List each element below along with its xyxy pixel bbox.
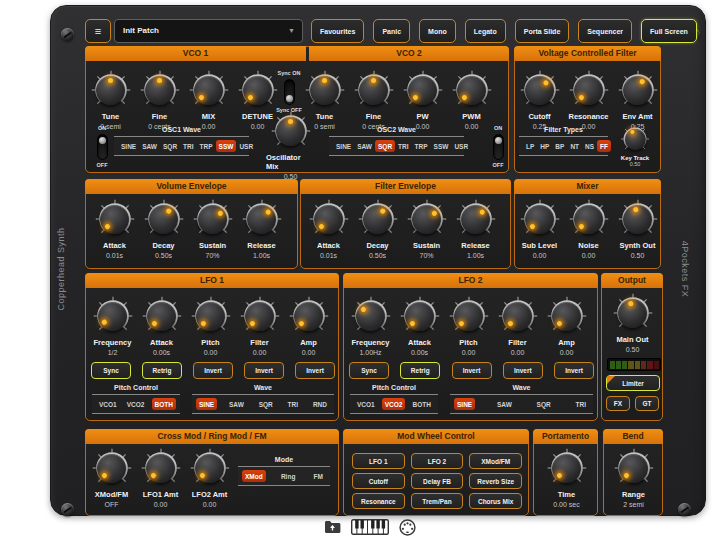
- tune-knob[interactable]: [89, 68, 133, 112]
- sub-level-knob[interactable]: [518, 197, 562, 241]
- fine-knob[interactable]: [138, 68, 182, 112]
- fine-knob[interactable]: [352, 68, 396, 112]
- frequency-knob[interactable]: [91, 294, 135, 338]
- key-track-knob[interactable]: [619, 123, 651, 155]
- filter-knob[interactable]: [238, 294, 282, 338]
- filter-knob[interactable]: [496, 294, 540, 338]
- sync-button[interactable]: Sync: [91, 362, 131, 379]
- option-saw[interactable]: SAW: [139, 140, 160, 152]
- delay-fb-button[interactable]: Delay FB: [411, 473, 464, 489]
- tune-knob[interactable]: [303, 68, 347, 112]
- full-screen-button[interactable]: Full Screen: [641, 19, 697, 43]
- resonance-button[interactable]: Resonance: [352, 493, 405, 509]
- option-trp[interactable]: TRP: [412, 140, 431, 152]
- gt-button[interactable]: GT: [635, 396, 659, 411]
- option-ring[interactable]: Ring: [278, 470, 298, 482]
- option-tri[interactable]: TRI: [285, 398, 301, 410]
- option-tri[interactable]: TRI: [395, 140, 411, 152]
- xmod-fm-button[interactable]: XMod/FM: [469, 453, 522, 469]
- frequency-knob[interactable]: [349, 294, 393, 338]
- mono-button[interactable]: Mono: [419, 19, 456, 43]
- option-ssw[interactable]: SSW: [431, 140, 452, 152]
- option-ff[interactable]: FF: [597, 140, 611, 152]
- resonance-knob[interactable]: [567, 68, 611, 112]
- amp-knob[interactable]: [287, 294, 331, 338]
- decay-knob[interactable]: [356, 197, 400, 241]
- invert-button[interactable]: Invert: [554, 362, 594, 379]
- option-vco1[interactable]: VCO1: [354, 398, 378, 410]
- attack-knob[interactable]: [93, 197, 137, 241]
- option-sine[interactable]: SINE: [333, 140, 354, 152]
- invert-button[interactable]: Invert: [452, 362, 492, 379]
- panic-button[interactable]: Panic: [373, 19, 410, 43]
- range-knob[interactable]: [612, 446, 656, 490]
- porta-slide-button[interactable]: Porta Slide: [515, 19, 570, 43]
- lfo-2-button[interactable]: LFO 2: [411, 453, 464, 469]
- oscillator-mix-knob[interactable]: [269, 109, 313, 153]
- option-usr[interactable]: USR: [236, 140, 256, 152]
- option-xmod[interactable]: XMod: [242, 470, 266, 482]
- limiter-button[interactable]: Limiter: [606, 375, 660, 391]
- option-vco1[interactable]: VCO1: [96, 398, 120, 410]
- sync-button[interactable]: Sync: [349, 362, 389, 379]
- option-both[interactable]: BOTH: [152, 398, 176, 410]
- option-nt[interactable]: NT: [567, 140, 582, 152]
- option-tri[interactable]: TRI: [180, 140, 196, 152]
- option-both[interactable]: BOTH: [410, 398, 434, 410]
- option-bp[interactable]: BP: [552, 140, 567, 152]
- pw-knob[interactable]: [401, 68, 445, 112]
- sustain-knob[interactable]: [191, 197, 235, 241]
- invert-button[interactable]: Invert: [295, 362, 335, 379]
- pitch-knob[interactable]: [447, 294, 491, 338]
- mix-knob[interactable]: [187, 68, 231, 112]
- amp-knob[interactable]: [545, 294, 589, 338]
- invert-button[interactable]: Invert: [503, 362, 543, 379]
- chorus-mix-button[interactable]: Chorus Mix: [469, 493, 522, 509]
- noise-knob[interactable]: [567, 197, 611, 241]
- release-knob[interactable]: [454, 197, 498, 241]
- option-vco2[interactable]: VCO2: [124, 398, 148, 410]
- env-amt-knob[interactable]: [616, 68, 660, 112]
- main-out-knob[interactable]: [611, 291, 655, 335]
- invert-button[interactable]: Invert: [244, 362, 284, 379]
- option-hp[interactable]: HP: [537, 140, 552, 152]
- invert-button[interactable]: Invert: [193, 362, 233, 379]
- synth-out-knob[interactable]: [616, 197, 660, 241]
- option-rnd[interactable]: RND: [310, 398, 330, 410]
- option-saw[interactable]: SAW: [354, 140, 375, 152]
- osc2-power-toggle[interactable]: [493, 134, 504, 160]
- option-trp[interactable]: TRP: [197, 140, 216, 152]
- option-sqr[interactable]: SQR: [256, 398, 276, 410]
- option-fm[interactable]: FM: [311, 470, 326, 482]
- release-knob[interactable]: [240, 197, 284, 241]
- retrig-button[interactable]: Retrig: [142, 362, 182, 379]
- option-ssw[interactable]: SSW: [216, 140, 237, 152]
- retrig-button[interactable]: Retrig: [400, 362, 440, 379]
- option-sine[interactable]: SINE: [454, 398, 475, 410]
- attack-knob[interactable]: [307, 197, 351, 241]
- decay-knob[interactable]: [142, 197, 186, 241]
- legato-button[interactable]: Legato: [465, 19, 506, 43]
- sustain-knob[interactable]: [405, 197, 449, 241]
- lfo-1-button[interactable]: LFO 1: [352, 453, 405, 469]
- option-lp[interactable]: LP: [523, 140, 537, 152]
- time-knob[interactable]: [545, 446, 589, 490]
- option-sine[interactable]: SINE: [196, 398, 217, 410]
- xmod-fm-knob[interactable]: [90, 446, 134, 490]
- sync-toggle[interactable]: [284, 79, 295, 105]
- option-sqr[interactable]: SQR: [534, 398, 554, 410]
- trem-pan-button[interactable]: Trem/Pan: [411, 493, 464, 509]
- attack-knob[interactable]: [140, 294, 184, 338]
- option-usr[interactable]: USR: [451, 140, 471, 152]
- option-vco2[interactable]: VCO2: [382, 398, 406, 410]
- option-sqr[interactable]: SQR: [375, 140, 395, 152]
- option-saw[interactable]: SAW: [494, 398, 515, 410]
- option-ns[interactable]: NS: [582, 140, 597, 152]
- pwm-knob[interactable]: [450, 68, 494, 112]
- cutoff-knob[interactable]: [518, 68, 562, 112]
- midi-connector-icon[interactable]: [399, 519, 416, 536]
- pitch-knob[interactable]: [189, 294, 233, 338]
- option-saw[interactable]: SAW: [226, 398, 247, 410]
- menu-button[interactable]: ≡: [85, 19, 111, 43]
- option-sqr[interactable]: SQR: [160, 140, 180, 152]
